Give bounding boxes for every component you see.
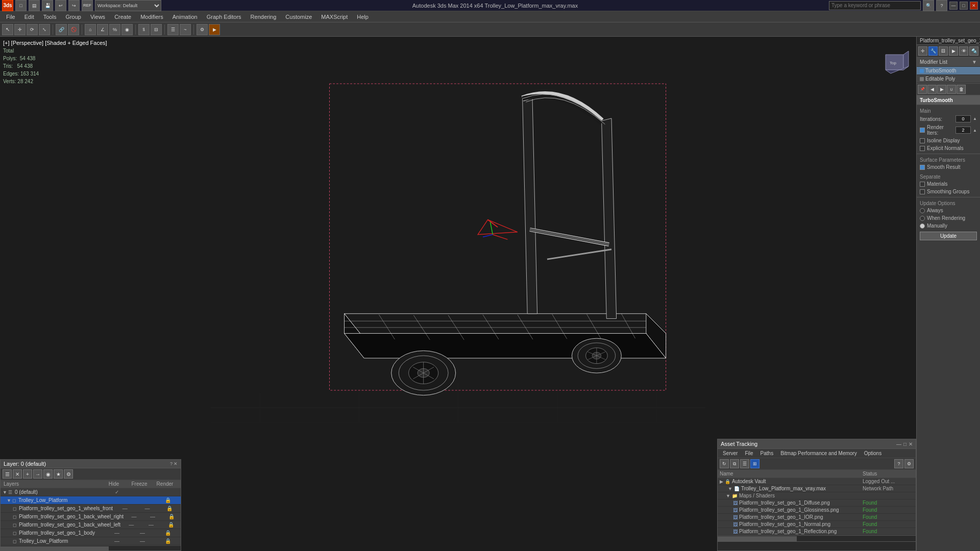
save-btn[interactable]: 💾 bbox=[42, 0, 53, 11]
list-item[interactable]: ▼ 📁 Maps / Shaders bbox=[718, 492, 916, 499]
list-item[interactable]: ▶ 🔒 Autodesk Vault Logged Out ... bbox=[718, 478, 916, 485]
asset-refresh-btn[interactable]: ↻ bbox=[720, 459, 729, 468]
hierarchy-tab[interactable]: ⚄ bbox=[939, 46, 948, 56]
menu-animation[interactable]: Animation bbox=[168, 13, 202, 21]
render-setup-btn[interactable]: ⚙ bbox=[197, 24, 208, 35]
list-item[interactable]: 🖼 Platform_trolley_set_geo_1_Normal.png … bbox=[718, 521, 916, 528]
layer-settings-btn[interactable]: ⚙ bbox=[64, 469, 73, 479]
iterations-spinner-up[interactable]: ▲ bbox=[973, 117, 977, 121]
materials-checkbox[interactable] bbox=[920, 182, 925, 187]
list-item[interactable]: ◻ Platform_trolley_set_geo_1_back_wheel_… bbox=[1, 521, 181, 529]
asset-copy-btn[interactable]: ⧉ bbox=[730, 459, 739, 468]
render-btn[interactable]: ▶ bbox=[209, 24, 220, 35]
smooth-result-checkbox[interactable] bbox=[920, 165, 925, 170]
asset-menu-file[interactable]: File bbox=[742, 450, 756, 457]
align-btn[interactable]: ⊟ bbox=[151, 24, 162, 35]
render-iters-spinner-up[interactable]: ▲ bbox=[973, 128, 977, 133]
new-btn[interactable]: □ bbox=[15, 0, 27, 11]
layer-add-btn[interactable]: + bbox=[23, 469, 32, 479]
modify-tab[interactable]: 🔧 bbox=[928, 46, 938, 56]
open-btn[interactable]: ▤ bbox=[29, 0, 40, 11]
angle-snap[interactable]: ∠ bbox=[97, 24, 108, 35]
modifier-editable-poly[interactable]: Editable Poly bbox=[917, 75, 980, 83]
when-rendering-radio[interactable] bbox=[920, 216, 925, 221]
asset-settings-btn[interactable]: ⚙ bbox=[904, 459, 914, 468]
list-item[interactable]: ▼ 📄 Trolley_Low_Platform_max_vray.max Ne… bbox=[718, 485, 916, 492]
pin-stack-btn[interactable]: 📌 bbox=[918, 85, 927, 94]
asset-menu-paths[interactable]: Paths bbox=[757, 450, 777, 457]
layer-new-btn[interactable]: ☰ bbox=[3, 469, 12, 479]
menu-modifiers[interactable]: Modifiers bbox=[136, 13, 167, 21]
render-iters-input[interactable] bbox=[955, 127, 971, 134]
spinner-snap[interactable]: ◉ bbox=[121, 24, 133, 35]
workspace-select[interactable]: Workspace: Default bbox=[95, 0, 161, 11]
menu-file[interactable]: File bbox=[2, 13, 19, 21]
utility-tab[interactable]: 🔩 bbox=[969, 46, 978, 56]
asset-scrollbar[interactable] bbox=[718, 535, 916, 541]
asset-grid-view-btn[interactable]: ⊞ bbox=[750, 459, 760, 468]
menu-create[interactable]: Create bbox=[110, 13, 135, 21]
list-item[interactable]: 🖼 Platform_trolley_set_geo_1_Reflection.… bbox=[718, 528, 916, 535]
stack-prev-btn[interactable]: ◀ bbox=[927, 85, 937, 94]
percent-snap[interactable]: % bbox=[109, 24, 120, 35]
link-btn[interactable]: 🔗 bbox=[56, 24, 67, 35]
menu-views[interactable]: Views bbox=[86, 13, 109, 21]
asset-close-btn[interactable]: ✕ bbox=[909, 441, 913, 447]
search-input[interactable] bbox=[829, 1, 921, 10]
list-item[interactable]: ▼ ◻ Trolley_Low_Platform 🔒 bbox=[1, 496, 181, 505]
list-item[interactable]: ◻ Trolley_Low_Platform — — 🔒 bbox=[1, 537, 181, 545]
always-radio[interactable] bbox=[920, 208, 925, 213]
layers-close-btn[interactable]: ✕ bbox=[174, 461, 178, 466]
stack-next-btn[interactable]: ▶ bbox=[937, 85, 946, 94]
snap-toggle[interactable]: ⌂ bbox=[85, 24, 96, 35]
list-item[interactable]: ◻ Platform_trolley_set_geo_1_back_wheel_… bbox=[1, 513, 181, 521]
modifier-list-dropdown[interactable]: ▼ bbox=[972, 59, 977, 65]
asset-menu-server[interactable]: Server bbox=[720, 450, 741, 457]
display-tab[interactable]: 👁 bbox=[959, 46, 968, 56]
create-tab[interactable]: ✛ bbox=[918, 46, 927, 56]
asset-help-btn[interactable]: ? bbox=[894, 459, 903, 468]
scale-btn[interactable]: ⤡ bbox=[39, 24, 50, 35]
undo-btn[interactable]: ↩ bbox=[55, 0, 66, 11]
menu-graph-editors[interactable]: Graph Editors bbox=[203, 13, 246, 21]
motion-tab[interactable]: ▶ bbox=[949, 46, 958, 56]
iterations-input[interactable] bbox=[955, 115, 971, 122]
layer-move-to-btn[interactable]: → bbox=[33, 469, 42, 479]
close-btn[interactable]: ✕ bbox=[970, 2, 978, 10]
layers-help-btn[interactable]: ? bbox=[170, 461, 173, 466]
maximize-btn[interactable]: □ bbox=[960, 2, 968, 10]
render-iters-checkbox[interactable] bbox=[920, 128, 925, 133]
search-icon[interactable]: 🔍 bbox=[923, 0, 934, 11]
list-item[interactable]: 🖼 Platform_trolley_set_geo_1_Glossiness.… bbox=[718, 507, 916, 514]
asset-minimize-btn[interactable]: — bbox=[896, 441, 901, 447]
layer-delete-btn[interactable]: ✕ bbox=[13, 469, 22, 479]
list-item[interactable]: ▼ ☰ 0 (default) ✓ bbox=[1, 488, 181, 496]
layer-manager-btn[interactable]: ☰ bbox=[167, 24, 179, 35]
list-item[interactable]: 🖼 Platform_trolley_set_geo_1_IOR.png Fou… bbox=[718, 514, 916, 521]
menu-maxscript[interactable]: MAXScript bbox=[317, 13, 352, 21]
mirror-btn[interactable]: ⥮ bbox=[138, 24, 150, 35]
menu-rendering[interactable]: Rendering bbox=[247, 13, 281, 21]
menu-group[interactable]: Group bbox=[61, 13, 85, 21]
asset-maximize-btn[interactable]: □ bbox=[903, 441, 906, 447]
update-button[interactable]: Update bbox=[920, 232, 977, 240]
move-btn[interactable]: ✛ bbox=[14, 24, 26, 35]
list-item[interactable]: 🖼 Platform_trolley_set_geo_1_Diffuse.png… bbox=[718, 499, 916, 507]
rotate-btn[interactable]: ⟳ bbox=[27, 24, 38, 35]
explicit-normals-checkbox[interactable] bbox=[920, 146, 925, 151]
make-unique-btn[interactable]: U bbox=[947, 85, 956, 94]
minimize-btn[interactable]: — bbox=[949, 2, 958, 10]
unlink-btn[interactable]: 🚫 bbox=[68, 24, 79, 35]
menu-help[interactable]: Help bbox=[353, 13, 373, 21]
manually-radio[interactable] bbox=[920, 223, 925, 229]
menu-tools[interactable]: Tools bbox=[39, 13, 61, 21]
isoline-checkbox[interactable] bbox=[920, 138, 925, 143]
layer-highlight-btn[interactable]: ★ bbox=[54, 469, 63, 479]
layers-scrollbar[interactable] bbox=[1, 545, 181, 550]
select-btn[interactable]: ↖ bbox=[2, 24, 13, 35]
nav-cube[interactable]: Top bbox=[875, 47, 911, 83]
ref-btn[interactable]: REF bbox=[82, 0, 93, 11]
asset-view-btn[interactable]: ☰ bbox=[740, 459, 749, 468]
smoothing-groups-checkbox[interactable] bbox=[920, 189, 925, 194]
list-item[interactable]: ◻ Platform_trolley_set_geo_1_body — — 🔒 bbox=[1, 529, 181, 537]
